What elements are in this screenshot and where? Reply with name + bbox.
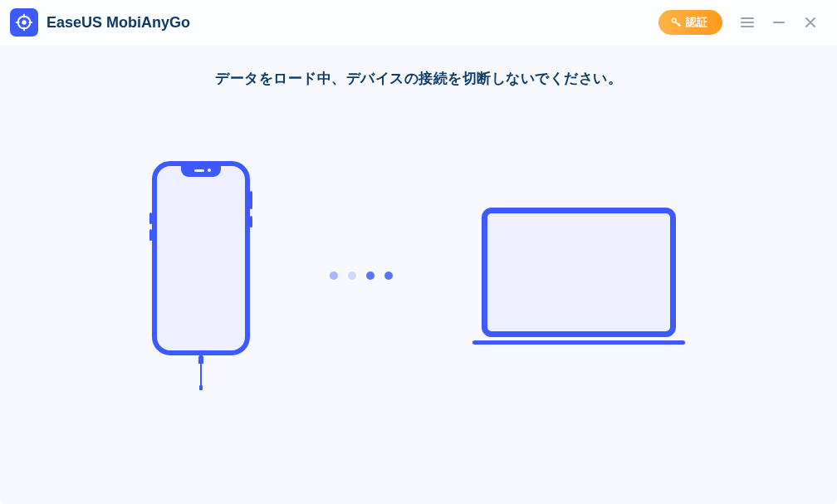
menu-button[interactable] (737, 12, 757, 32)
status-message: データをロード中、デバイスの接続を切断しないでください。 (215, 69, 622, 88)
window-controls (737, 12, 820, 32)
titlebar: EaseUS MobiAnyGo 認証 (0, 0, 837, 46)
hamburger-icon (740, 15, 755, 30)
app-logo-icon (10, 8, 38, 37)
content-area: データをロード中、デバイスの接続を切断しないでください。 (0, 46, 837, 504)
svg-point-1 (22, 20, 27, 25)
app-window: EaseUS MobiAnyGo 認証 (0, 0, 837, 504)
close-button[interactable] (800, 12, 820, 32)
connection-illustration (0, 161, 837, 390)
key-icon (670, 17, 682, 28)
loading-dots-icon (330, 272, 393, 280)
laptop-icon (472, 208, 685, 345)
auth-button-label: 認証 (686, 15, 707, 30)
minimize-button[interactable] (769, 12, 789, 32)
auth-button[interactable]: 認証 (658, 10, 722, 35)
minimize-icon (772, 16, 786, 29)
app-title: EaseUS MobiAnyGo (46, 14, 190, 32)
close-icon (804, 16, 817, 29)
phone-icon (152, 161, 250, 390)
